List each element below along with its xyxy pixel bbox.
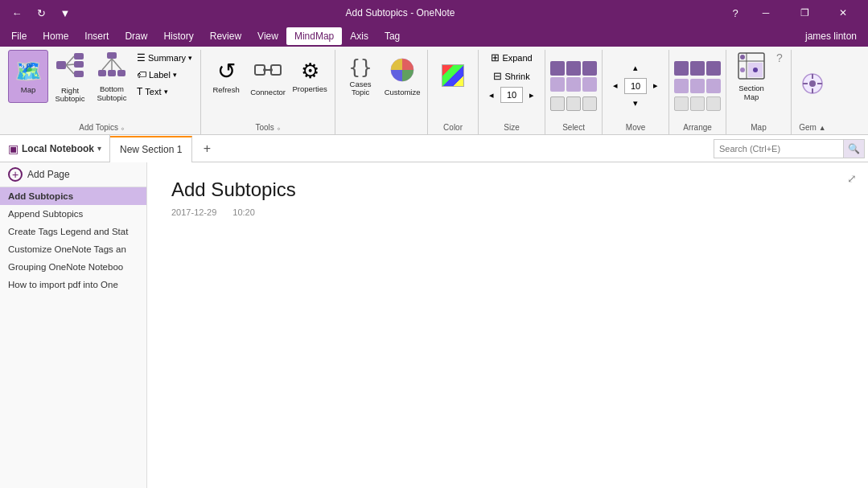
minimize-button[interactable]: ─ [747,0,784,26]
menu-insert[interactable]: Insert [76,27,117,45]
summary-button[interactable]: ☰ Summary ▾ [134,50,195,66]
select-btn-5[interactable] [566,77,581,92]
svg-rect-0 [56,61,66,69]
move-left-button[interactable]: ◂ [607,78,623,94]
arrange-btn-9[interactable] [706,96,721,111]
size-decrease-button[interactable]: ◂ [483,87,500,103]
map-button[interactable]: 🗺️ Map [8,50,48,103]
page-item-add-subtopics[interactable]: Add Subtopics [0,187,146,205]
label-dropdown-icon[interactable]: ▾ [173,71,177,79]
connector-button[interactable]: Connector [248,50,288,103]
select-btn-4[interactable] [550,77,565,92]
menu-view[interactable]: View [249,27,286,45]
page-item-import-pdf[interactable]: How to import pdf into One [0,276,146,293]
menu-tag[interactable]: Tag [376,27,408,45]
expand-content-button[interactable]: ⤢ [842,169,862,188]
content-area: ⤢ Add Subtopics 2017-12-29 10:20 [147,162,868,488]
select-btn-7[interactable] [550,96,565,111]
add-page-icon: + [8,167,23,182]
right-subtopic-button[interactable]: RightSubtopic [50,50,90,103]
menu-home[interactable]: Home [35,27,76,45]
arrange-btn-1[interactable] [674,61,689,76]
page-title: Add Subtopics [171,178,844,201]
bottom-subtopic-button[interactable]: BottomSubtopic [92,50,132,103]
select-btn-8[interactable] [566,96,581,111]
gem-settings-button[interactable] [796,59,829,113]
restore-button[interactable]: ❐ [786,0,823,26]
notebook-dropdown-icon[interactable]: ▾ [97,144,101,153]
page-meta: 2017-12-29 10:20 [171,207,844,217]
quick-access-dropdown[interactable]: ▼ [55,2,76,23]
select-btn-2[interactable] [566,61,581,76]
small-buttons-col: ☰ Summary ▾ 🏷 Label ▾ T Text ▾ [134,50,195,100]
back-button[interactable]: ← [6,2,27,23]
nav-bar: ▣ Local Notebook ▾ New Section 1 + 🔍 [0,135,868,162]
menu-file[interactable]: File [3,27,35,45]
gem-label: Gem ▲ [796,121,829,134]
text-dropdown-icon[interactable]: ▾ [164,88,168,96]
svg-point-25 [740,68,745,72]
select-btn-6[interactable] [582,77,597,92]
move-down-button[interactable]: ▾ [627,96,644,112]
menu-axis[interactable]: Axis [342,27,376,45]
bottom-subtopic-icon [97,51,127,84]
ribbon-group-add-topics: 🗺️ Map [3,50,201,134]
map-label: Map [731,121,786,134]
refresh-button[interactable]: ↺ Refresh [206,50,246,103]
arrange-btn-6[interactable] [706,79,721,93]
ribbon-group-arrange: Arrange [669,50,726,134]
label-button[interactable]: 🏷 Label ▾ [134,67,195,83]
page-item-grouping[interactable]: Grouping OneNote Noteboo [0,258,146,276]
customize-button[interactable]: Customize [382,50,422,103]
move-up-button[interactable]: ▴ [627,60,644,76]
text-button[interactable]: T Text ▾ [134,84,195,100]
move-right-button[interactable]: ▸ [648,78,664,94]
main-area: + Add Page Add Subtopics Append Subtopic… [0,162,868,488]
arrange-btn-4[interactable] [674,79,689,93]
ribbon-group-tools: ↺ Refresh Connector [201,50,335,134]
tools-expand-icon[interactable]: ⬦ [277,125,281,132]
gem-collapse-icon[interactable]: ▲ [819,124,826,132]
help-button[interactable]: ? [725,2,746,23]
menu-mindmap[interactable]: MindMap [286,27,342,45]
menu-draw[interactable]: Draw [117,27,155,45]
color-picker-button[interactable] [433,50,473,103]
select-btn-3[interactable] [582,61,597,76]
page-item-append-subtopics[interactable]: Append Subtopics [0,205,146,223]
select-btn-1[interactable] [550,61,565,76]
size-increase-button[interactable]: ▸ [524,87,540,103]
page-item-create-tags[interactable]: Create Tags Legend and Stat [0,223,146,240]
arrange-btn-2[interactable] [690,61,705,76]
page-item-customize-onenote[interactable]: Customize OneNote Tags an [0,240,146,258]
arrange-btn-7[interactable] [674,96,689,111]
search-box: 🔍 [714,139,865,158]
search-button[interactable]: 🔍 [843,140,864,158]
notebook-selector[interactable]: ▣ Local Notebook ▾ [0,135,110,162]
arrange-btn-8[interactable] [690,96,705,111]
shrink-button[interactable]: ⊟ Shrink [490,68,533,84]
add-topics-expand-icon[interactable]: ⬦ [121,125,125,132]
arrange-grid-3 [674,96,721,111]
select-btn-9[interactable] [582,96,597,111]
text-icon: T [137,86,142,97]
section-tab-new-section-1[interactable]: New Section 1 [110,136,192,162]
add-page-button[interactable]: + Add Page [0,162,146,187]
forward-button[interactable]: ↻ [31,2,51,23]
expand-button[interactable]: ⊞ Expand [487,50,535,65]
arrange-btn-3[interactable] [706,61,721,76]
cases-topic-button[interactable]: {} CasesTopic [340,50,381,103]
summary-dropdown-icon[interactable]: ▾ [188,54,192,62]
search-input[interactable] [714,144,843,154]
pages-panel: + Add Page Add Subtopics Append Subtopic… [0,162,147,488]
svg-point-18 [269,68,273,72]
section-map-button[interactable]: SectionMap [731,50,771,103]
svg-rect-7 [107,52,117,59]
properties-button[interactable]: ⚙ Properties [290,50,330,103]
add-section-button[interactable]: + [195,137,218,160]
arrange-btn-5[interactable] [690,79,705,93]
arrange-grid-top [674,61,721,76]
close-button[interactable]: ✕ [825,0,862,26]
menu-history[interactable]: History [155,27,201,45]
map-help-button[interactable]: ? [773,50,786,66]
menu-review[interactable]: Review [202,27,249,45]
